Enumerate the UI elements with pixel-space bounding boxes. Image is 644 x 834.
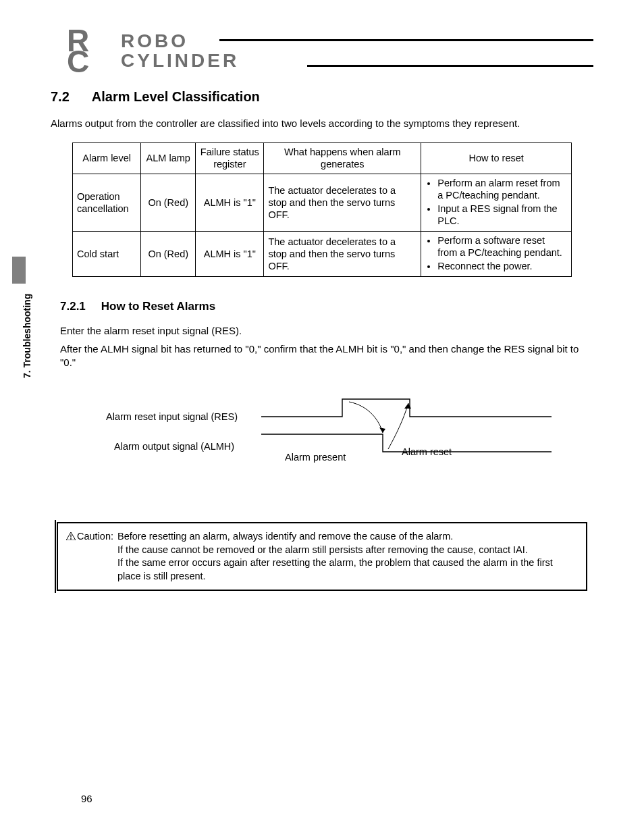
subsection-number: 7.2.1 bbox=[60, 300, 98, 313]
cell-reg: ALMH is "1" bbox=[196, 174, 264, 232]
reset-item: Reconnect the power. bbox=[437, 260, 567, 272]
th-alm-lamp: ALM lamp bbox=[141, 143, 196, 174]
caution-body: Before resetting an alarm, always identi… bbox=[117, 530, 578, 583]
caution-label-text: Caution: bbox=[77, 531, 113, 542]
page-number: 96 bbox=[81, 793, 92, 804]
th-what-happens: What happens when alarm generates bbox=[264, 143, 421, 174]
cell-level: Operation cancellation bbox=[73, 174, 141, 232]
cell-what: The actuator decelerates to a stop and t… bbox=[264, 174, 421, 232]
logo-line2: CYLINDER bbox=[121, 51, 239, 70]
caution-line: If the same error occurs again after res… bbox=[117, 556, 578, 583]
warning-triangle-icon bbox=[66, 531, 76, 539]
cell-level: Cold start bbox=[73, 232, 141, 277]
body-paragraph-1: Enter the alarm reset input signal (RES)… bbox=[60, 324, 584, 338]
logo-rc-glyph: R C bbox=[67, 28, 89, 74]
logo-c: C bbox=[67, 49, 89, 74]
logo-words: ROBO CYLINDER bbox=[121, 31, 239, 71]
alarm-classification-table: Alarm level ALM lamp Failure status regi… bbox=[72, 142, 572, 277]
svg-point-5 bbox=[70, 538, 72, 540]
svg-marker-1 bbox=[379, 427, 385, 433]
timing-waveforms-icon bbox=[261, 394, 558, 475]
table-header-row: Alarm level ALM lamp Failure status regi… bbox=[73, 143, 572, 174]
caution-line: Before resetting an alarm, always identi… bbox=[117, 530, 578, 544]
caution-label: Caution: bbox=[66, 530, 117, 583]
caution-box: Caution: Before resetting an alarm, alwa… bbox=[57, 522, 587, 591]
cell-lamp: On (Red) bbox=[141, 232, 196, 277]
timing-label-almh: Alarm output signal (ALMH) bbox=[114, 441, 234, 452]
table-row: Cold start On (Red) ALMH is "1" The actu… bbox=[73, 232, 572, 277]
reset-item: Input a RES signal from the PLC. bbox=[437, 203, 567, 227]
header-logo-bar: R C ROBO CYLINDER bbox=[51, 30, 593, 77]
cell-reset: Perform a software reset from a PC/teach… bbox=[421, 232, 572, 277]
timing-label-res: Alarm reset input signal (RES) bbox=[106, 411, 238, 422]
th-alarm-level: Alarm level bbox=[73, 143, 141, 174]
subsection-title: How to Reset Alarms bbox=[101, 300, 215, 313]
section-heading: 7.2 Alarm Level Classification bbox=[51, 89, 593, 105]
intro-paragraph: Alarms output from the controller are cl… bbox=[51, 117, 593, 130]
cell-reg: ALMH is "1" bbox=[196, 232, 264, 277]
reset-item: Perform a software reset from a PC/teach… bbox=[437, 234, 567, 259]
body-paragraph-2: After the ALMH signal bit has returned t… bbox=[60, 342, 584, 370]
side-tab-label: 7. Troubleshooting bbox=[22, 294, 32, 378]
header-rule-top bbox=[219, 39, 593, 41]
section-title: Alarm Level Classification bbox=[92, 89, 260, 104]
cell-reset: Perform an alarm reset from a PC/teachin… bbox=[421, 174, 572, 232]
cell-lamp: On (Red) bbox=[141, 174, 196, 232]
table-row: Operation cancellation On (Red) ALMH is … bbox=[73, 174, 572, 232]
timing-diagram: Alarm reset input signal (RES) Alarm out… bbox=[86, 394, 558, 481]
reset-item: Perform an alarm reset from a PC/teachin… bbox=[437, 177, 567, 201]
cell-what: The actuator decelerates to a stop and t… bbox=[264, 232, 421, 277]
caution-line: If the cause cannot be removed or the al… bbox=[117, 544, 578, 557]
subsection-heading: 7.2.1 How to Reset Alarms bbox=[60, 300, 593, 313]
th-failure-reg: Failure status register bbox=[196, 143, 264, 174]
th-how-to-reset: How to reset bbox=[421, 143, 572, 174]
header-rule-bottom bbox=[307, 65, 593, 67]
side-tab-bar bbox=[12, 257, 26, 284]
section-number: 7.2 bbox=[51, 89, 88, 105]
side-tab: 7. Troubleshooting bbox=[12, 270, 26, 378]
